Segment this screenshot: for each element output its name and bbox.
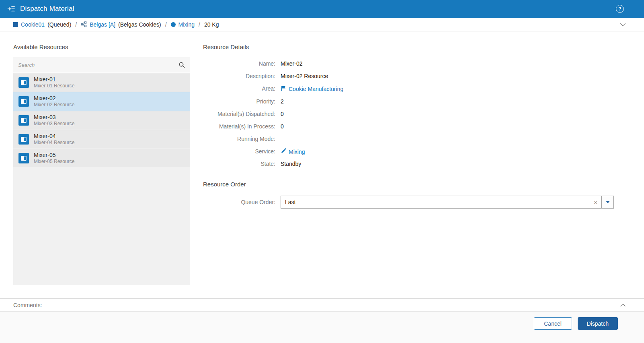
resource-details-block: Name: Mixer-02 Description: Mixer-02 Res…	[203, 58, 614, 170]
resource-text: Mixer-01 Mixer-01 Resource	[34, 76, 74, 89]
area-link-label: Cookie Manufacturing	[289, 86, 343, 92]
resource-description: Mixer-01 Resource	[34, 83, 74, 89]
detail-value: Mixer-02 Resource	[281, 73, 328, 79]
breadcrumb-material-state: (Queued)	[47, 21, 71, 28]
breadcrumb-separator: /	[199, 21, 200, 28]
footer-action-bar: Cancel Dispatch	[0, 312, 644, 343]
resource-list-item[interactable]: Mixer-04 Mixer-04 Resource	[13, 130, 190, 149]
resource-list-item[interactable]: Mixer-05 Mixer-05 Resource	[13, 149, 190, 168]
resource-name: Mixer-01	[34, 76, 74, 83]
dialog-title: Dispatch Material	[20, 5, 74, 13]
detail-value: Mixer-02	[281, 60, 302, 67]
search-icon[interactable]	[175, 62, 185, 68]
breadcrumb-quantity: 20 Kg	[204, 21, 219, 28]
resource-details-heading: Resource Details	[203, 43, 614, 50]
queue-order-label: Queue Order:	[203, 199, 281, 205]
detail-value: 0	[281, 111, 284, 117]
help-icon[interactable]: ?	[616, 5, 624, 13]
resource-description: Mixer-02 Resource	[34, 102, 74, 108]
breadcrumb-separator: /	[75, 21, 77, 28]
detail-value: 2	[281, 98, 284, 105]
detail-row-materials-in-process: Material(s) In Process: 0	[203, 120, 614, 133]
detail-label: Material(s) In Process:	[203, 123, 281, 130]
area-link[interactable]: Cookie Manufacturing	[281, 85, 343, 93]
detail-value: Standby	[281, 161, 301, 167]
detail-value: 0	[281, 123, 284, 130]
resource-text: Mixer-03 Mixer-03 Resource	[34, 114, 74, 127]
resource-list-item[interactable]: Mixer-02 Mixer-02 Resource	[13, 92, 190, 111]
queue-order-value: Last	[281, 199, 590, 205]
dispatch-material-icon	[7, 5, 15, 13]
dispatch-button[interactable]: Dispatch	[578, 317, 618, 330]
resource-icon	[18, 77, 29, 88]
step-icon	[171, 22, 176, 27]
dropdown-button[interactable]	[601, 196, 613, 208]
search-input[interactable]	[18, 62, 175, 68]
detail-label: Service:	[203, 148, 281, 155]
resource-list-item[interactable]: Mixer-01 Mixer-01 Resource	[13, 73, 190, 92]
chevron-down-icon[interactable]	[620, 21, 626, 26]
resource-text: Mixer-04 Mixer-04 Resource	[34, 133, 74, 146]
service-icon	[281, 148, 286, 155]
detail-row-priority: Priority: 2	[203, 95, 614, 108]
breadcrumb-order-link[interactable]: Belgas [A]	[90, 21, 115, 28]
resource-name: Mixer-05	[34, 152, 74, 159]
resource-icon	[18, 115, 29, 126]
detail-row-materials-dispatched: Material(s) Dispatched: 0	[203, 108, 614, 120]
resource-name: Mixer-03	[34, 114, 74, 121]
detail-label: Running Mode:	[203, 136, 281, 142]
available-resources-heading: Available Resources	[13, 43, 190, 50]
service-link[interactable]: Mixing	[281, 148, 305, 155]
detail-label: State:	[203, 161, 281, 167]
resource-text: Mixer-02 Mixer-02 Resource	[34, 95, 74, 108]
main-content: Available Resources M	[0, 31, 644, 298]
breadcrumb-step-link[interactable]: Mixing	[178, 21, 195, 28]
resource-name: Mixer-04	[34, 133, 74, 140]
resource-description: Mixer-03 Resource	[34, 121, 74, 127]
resource-details-column: Resource Details Name: Mixer-02 Descript…	[203, 31, 614, 298]
detail-row-name: Name: Mixer-02	[203, 58, 614, 70]
resource-list-item[interactable]: Mixer-03 Mixer-03 Resource	[13, 111, 190, 130]
caret-down-icon	[606, 201, 610, 203]
context-breadcrumb-bar: Cookie01 (Queued) / Belgas [A] (Belgas C…	[0, 18, 644, 31]
breadcrumb-separator: /	[165, 21, 167, 28]
detail-label: Description:	[203, 73, 281, 79]
resource-icon	[18, 153, 29, 163]
detail-row-running-mode: Running Mode:	[203, 133, 614, 145]
resource-text: Mixer-05 Mixer-05 Resource	[34, 152, 74, 165]
area-icon	[281, 85, 286, 93]
detail-row-service: Service: Mixing	[203, 145, 614, 158]
queue-order-row: Queue Order: Last ×	[203, 196, 614, 209]
detail-row-area: Area: Cookie Manufacturing	[203, 83, 614, 95]
queue-order-combobox[interactable]: Last ×	[281, 196, 614, 209]
comments-label: Comments:	[13, 302, 42, 308]
available-resources-column: Available Resources M	[13, 31, 190, 298]
comments-section-header[interactable]: Comments:	[0, 298, 644, 312]
detail-row-state: State: Standby	[203, 158, 614, 170]
resource-order-block: Resource Order Queue Order: Last ×	[203, 181, 614, 209]
resource-description: Mixer-05 Resource	[34, 159, 74, 165]
resource-icon	[18, 134, 29, 145]
chevron-up-icon[interactable]	[620, 304, 626, 309]
order-flow-icon	[81, 21, 87, 27]
resource-list: Mixer-01 Mixer-01 Resource Mixer-02 Mixe…	[13, 73, 190, 168]
detail-row-description: Description: Mixer-02 Resource	[203, 70, 614, 83]
resource-icon	[18, 96, 29, 107]
search-bar	[13, 57, 190, 73]
resource-description: Mixer-04 Resource	[34, 140, 74, 146]
breadcrumb-order-description: (Belgas Cookies)	[118, 21, 161, 28]
detail-label: Material(s) Dispatched:	[203, 111, 281, 117]
resource-name: Mixer-02	[34, 95, 74, 102]
clear-icon[interactable]: ×	[590, 199, 601, 206]
detail-label: Area:	[203, 85, 281, 92]
cancel-button[interactable]: Cancel	[534, 317, 572, 330]
detail-label: Name:	[203, 60, 281, 67]
breadcrumb-material-link[interactable]: Cookie01	[21, 21, 45, 28]
titlebar: Dispatch Material ?	[0, 0, 644, 18]
detail-label: Priority:	[203, 98, 281, 105]
resource-order-heading: Resource Order	[203, 181, 614, 188]
material-icon	[13, 22, 18, 27]
resource-list-panel: Mixer-01 Mixer-01 Resource Mixer-02 Mixe…	[13, 57, 190, 285]
service-link-label: Mixing	[289, 149, 305, 155]
